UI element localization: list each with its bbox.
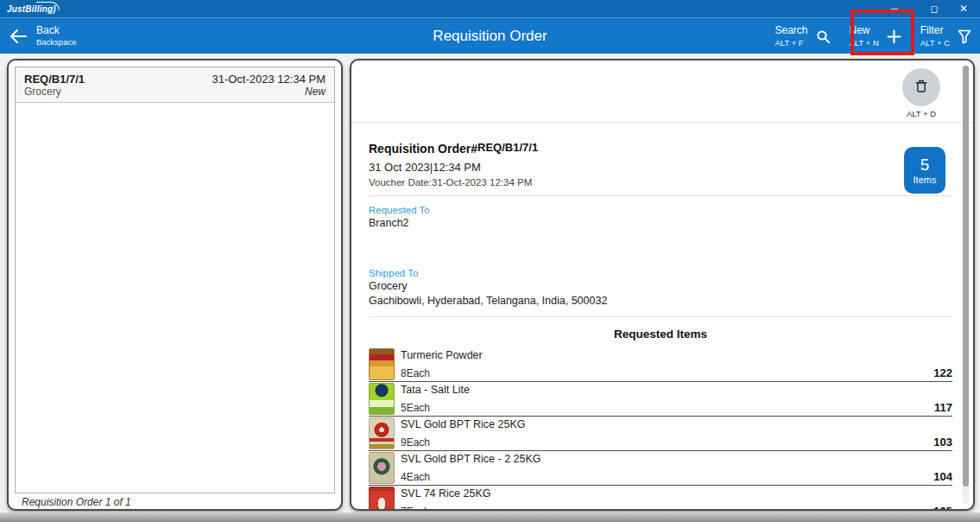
requested-item-row[interactable]: Turmeric Powder 8Each 122: [369, 347, 952, 382]
filter-label: Filter: [920, 24, 950, 38]
magnifier-icon: [816, 29, 831, 44]
item-value: 122: [933, 366, 952, 381]
requested-item-row[interactable]: SVL Gold BPT Rice - 2 25KG 4Each 104: [369, 451, 952, 486]
arrow-left-icon: [9, 29, 28, 44]
requested-item-row[interactable]: SVL 74 Rice 25KG 7Each 105: [369, 486, 952, 511]
search-shortcut: ALT + F: [775, 38, 808, 48]
item-value: 104: [933, 470, 952, 485]
item-name: SVL 74 Rice 25KG: [401, 487, 933, 500]
item-value: 105: [933, 505, 952, 511]
divider: [369, 195, 952, 196]
minimize-icon[interactable]: ─: [883, 0, 906, 17]
order-list-panel: REQ/B1/7/1 31-Oct-2023 12:34 PM Grocery …: [7, 59, 343, 511]
divider: [369, 316, 952, 317]
funnel-icon: [958, 29, 971, 44]
voucher-date-text: Voucher Date:31-Oct-2023 12:34 PM: [369, 177, 952, 188]
requested-to-label: Requested To: [369, 205, 952, 215]
item-name: SVL Gold BPT Rice 25KG: [401, 418, 933, 430]
item-value: 117: [934, 401, 952, 416]
order-number-label: Requisition Order#: [369, 142, 477, 156]
requested-item-row[interactable]: SVL Gold BPT Rice 25KG 9Each 103: [369, 417, 952, 451]
delete-shortcut: ALT + D: [901, 109, 942, 118]
search-button[interactable]: Search ALT + F: [775, 24, 831, 48]
order-category: Grocery: [24, 86, 61, 98]
navbar-actions: Search ALT + F New ALT + N Filter ALT + …: [775, 18, 972, 54]
requested-to-value: Branch2: [369, 217, 952, 231]
list-pagination-status: Requisition Order 1 of 1: [15, 493, 335, 508]
order-datetime-text: 31 Oct 2023|12:34 PM: [369, 161, 952, 174]
shipped-to-address: Gachibowli, Hyderabad, Telangana, India,…: [369, 295, 952, 309]
order-status-badge: New: [305, 86, 326, 98]
back-label: Back: [36, 24, 76, 37]
new-shortcut: ALT + N: [850, 38, 879, 48]
order-id: REQ/B1/7/1: [24, 73, 85, 86]
shipped-to-label: Shipped To: [369, 268, 952, 278]
new-button[interactable]: New ALT + N: [850, 24, 901, 48]
vertical-scrollbar[interactable]: [963, 66, 969, 504]
back-button[interactable]: Back Backspace: [9, 24, 76, 48]
new-label: New: [850, 24, 879, 38]
item-name: SVL Gold BPT Rice - 2 25KG: [401, 453, 933, 465]
navbar: Back Backspace Requisition Order Search …: [0, 17, 980, 54]
search-label: Search: [775, 24, 808, 38]
order-datetime: 31-Oct-2023 12:34 PM: [212, 73, 326, 86]
item-quantity: 5Each: [401, 402, 934, 414]
close-icon[interactable]: ✕: [952, 0, 975, 17]
back-shortcut: Backspace: [36, 37, 76, 48]
order-detail-panel: ALT + D 5 Items Requisition Order#REQ/B1…: [350, 59, 975, 511]
detail-body: Requisition Order#REQ/B1/7/1 31 Oct 2023…: [351, 123, 973, 511]
item-name: Tata - Salt Lite: [401, 384, 934, 396]
product-image: [369, 383, 395, 415]
product-image: [369, 417, 395, 449]
filter-shortcut: ALT + C: [920, 38, 950, 48]
requested-items-heading: Requested Items: [369, 328, 952, 341]
order-number-value: REQ/B1/7/1: [477, 141, 538, 154]
item-quantity: 4Each: [401, 471, 933, 483]
window-bottom-edge: [0, 512, 980, 522]
item-quantity: 9Each: [401, 436, 933, 449]
maximize-icon[interactable]: ◻: [923, 0, 945, 17]
product-image: [369, 452, 395, 484]
plus-icon: [887, 29, 901, 44]
window-titlebar: JustBilling) ─ ◻ ✕: [0, 0, 980, 17]
trash-icon: [913, 77, 930, 98]
app-logo: JustBilling): [7, 4, 56, 14]
filter-button[interactable]: Filter ALT + C: [920, 24, 971, 48]
delete-button[interactable]: [902, 68, 940, 106]
product-image: [369, 348, 395, 380]
item-name: Turmeric Powder: [401, 349, 933, 361]
scrollbar-thumb[interactable]: [963, 66, 969, 487]
item-quantity: 7Each: [401, 506, 933, 511]
requested-item-row[interactable]: Tata - Salt Lite 5Each 117: [369, 382, 952, 417]
shipped-to-name: Grocery: [369, 280, 952, 294]
item-quantity: 8Each: [401, 367, 933, 379]
product-image: [369, 487, 395, 511]
detail-toolbar: ALT + D: [351, 60, 973, 123]
item-value: 103: [933, 436, 952, 450]
order-number-heading: Requisition Order#REQ/B1/7/1: [369, 141, 952, 156]
order-list: REQ/B1/7/1 31-Oct-2023 12:34 PM Grocery …: [15, 67, 335, 493]
order-list-item[interactable]: REQ/B1/7/1 31-Oct-2023 12:34 PM Grocery …: [16, 67, 334, 103]
